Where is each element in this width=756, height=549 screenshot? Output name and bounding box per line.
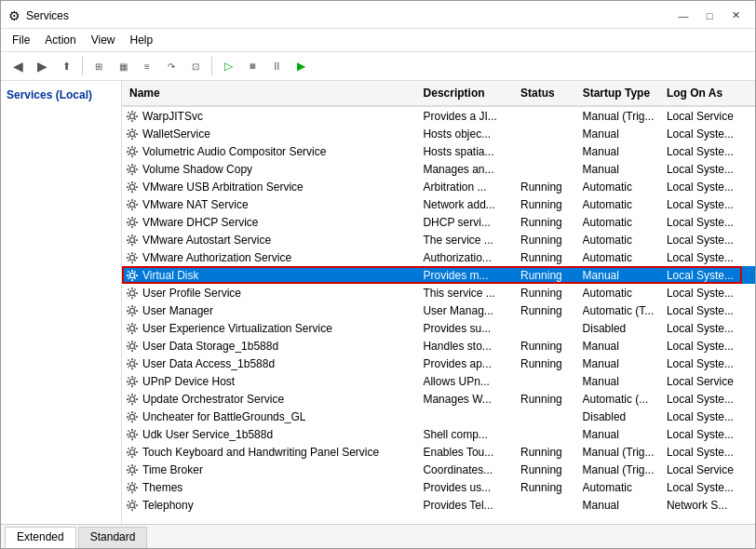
svg-rect-181 [131, 463, 133, 465]
row-name: User Data Storage_1b588d [142, 340, 278, 353]
minimize-button[interactable]: — [671, 7, 695, 25]
svg-rect-62 [128, 223, 129, 225]
table-row[interactable]: Virtual Disk Provides m... Running Manua… [122, 266, 755, 284]
svg-rect-19 [131, 145, 133, 147]
menu-help[interactable]: Help [123, 31, 161, 49]
table-row[interactable]: VMware USB Arbitration Service Arbitrati… [122, 178, 755, 195]
table-row[interactable]: WalletService Hosts objec... Manual Loca… [122, 125, 755, 142]
toolbar-separator-2 [211, 57, 212, 75]
svg-rect-61 [134, 217, 136, 219]
svg-rect-2 [131, 119, 133, 121]
table-row[interactable]: VMware NAT Service Network add... Runnin… [122, 195, 755, 213]
table-row[interactable]: User Data Storage_1b588d Handles sto... … [122, 337, 755, 355]
detail-view-button[interactable]: ≡ [136, 55, 158, 77]
table-row[interactable]: Time Broker Coordinates... Running Manua… [122, 461, 755, 478]
show-hide-button[interactable]: ⊞ [88, 55, 110, 77]
table-row[interactable]: Volume Shadow Copy Manages an... Manual … [122, 160, 755, 178]
svg-rect-158 [128, 411, 129, 413]
svg-rect-199 [131, 499, 133, 501]
svg-rect-183 [127, 469, 128, 471]
svg-rect-76 [136, 257, 138, 259]
svg-rect-112 [136, 328, 138, 329]
service-icon [126, 481, 139, 494]
svg-rect-138 [127, 381, 128, 382]
pause-button[interactable]: ⏸ [265, 55, 288, 77]
service-icon [126, 110, 139, 123]
svg-rect-71 [128, 241, 129, 243]
refresh-button[interactable]: ↷ [160, 55, 182, 77]
tab-extended[interactable]: Extended [5, 527, 76, 548]
svg-rect-50 [128, 199, 129, 201]
table-row[interactable]: VMware Authorization Service Authorizati… [122, 248, 755, 266]
row-name: Time Broker [142, 463, 203, 476]
header-startup-type[interactable]: Startup Type [583, 87, 667, 100]
toolbar-separator-1 [82, 57, 83, 75]
export-button[interactable]: ⊡ [184, 55, 207, 77]
table-row[interactable]: User Manager User Manag... Running Autom… [122, 301, 755, 319]
svg-rect-113 [128, 323, 129, 325]
menu-file[interactable]: File [5, 31, 37, 49]
row-name-cell: WarpJITSvc [122, 110, 423, 123]
service-icon [126, 251, 139, 264]
table-row[interactable]: Update Orchestrator Service Manages W...… [122, 390, 755, 408]
row-description: Network add... [423, 198, 520, 211]
svg-point-18 [129, 149, 134, 154]
up-button[interactable]: ⬆ [55, 55, 77, 77]
row-name: VMware DHCP Service [142, 216, 258, 229]
tab-standard[interactable]: Standard [78, 527, 148, 548]
window-icon: ⚙ [8, 8, 20, 23]
row-name-cell: UPnP Device Host [122, 375, 423, 388]
table-row[interactable]: Volumetric Audio Compositor Service Host… [122, 142, 755, 160]
svg-rect-21 [127, 151, 128, 153]
svg-point-162 [129, 432, 134, 436]
table-row[interactable]: Telephony Provides Tel... Manual Network… [122, 496, 755, 514]
svg-rect-201 [127, 504, 128, 506]
table-body[interactable]: WarpJITSvc Provides a JI... Manual (Trig… [122, 107, 755, 524]
row-status: Running [520, 269, 583, 282]
svg-rect-88 [134, 270, 136, 272]
table-row[interactable]: Uncheater for BattleGrounds_GL Disabled … [122, 408, 755, 425]
table-row[interactable]: VMware DHCP Service DHCP servi... Runnin… [122, 213, 755, 231]
row-name: User Data Access_1b588d [142, 357, 275, 370]
menu-action[interactable]: Action [37, 31, 83, 49]
svg-rect-8 [128, 117, 129, 119]
svg-point-0 [129, 114, 134, 118]
svg-point-126 [129, 361, 134, 366]
table-row[interactable]: Touch Keyboard and Handwriting Panel Ser… [122, 443, 755, 461]
table-row[interactable]: WarpJITSvc Provides a JI... Manual (Trig… [122, 107, 755, 125]
header-status[interactable]: Status [520, 87, 583, 100]
row-name: Themes [142, 481, 182, 494]
svg-rect-80 [128, 259, 129, 261]
list-view-button[interactable]: ▦ [112, 55, 134, 77]
row-startup-type: Manual (Trig... [583, 110, 667, 123]
start-button[interactable]: ▷ [217, 55, 239, 77]
table-row[interactable]: UPnP Device Host Allows UPn... Manual Lo… [122, 372, 755, 390]
svg-rect-190 [131, 481, 133, 483]
table-row[interactable]: User Data Access_1b588d Provides ap... R… [122, 355, 755, 372]
svg-rect-47 [131, 208, 133, 209]
table-row[interactable]: Themes Provides us... Running Automatic … [122, 478, 755, 496]
table-row[interactable]: User Profile Service This service ... Ru… [122, 284, 755, 301]
header-name[interactable]: Name [122, 87, 424, 100]
stop-button[interactable]: ■ [241, 55, 263, 77]
row-logon-as: Local Syste... [667, 269, 755, 282]
row-startup-type: Manual [583, 375, 667, 388]
maximize-button[interactable]: □ [697, 7, 722, 25]
table-row[interactable]: Udk User Service_1b588d Shell comp... Ma… [122, 425, 755, 443]
header-description[interactable]: Description [424, 87, 521, 100]
restart-button[interactable]: ▶ [290, 55, 312, 77]
svg-rect-65 [131, 243, 133, 245]
back-button[interactable]: ◀ [7, 55, 29, 77]
row-logon-as: Local Service [667, 375, 755, 388]
svg-rect-30 [127, 168, 128, 170]
header-log-on-as[interactable]: Log On As [667, 87, 755, 100]
svg-rect-147 [127, 398, 128, 400]
table-row[interactable]: User Experience Virtualization Service P… [122, 319, 755, 337]
svg-point-180 [129, 467, 134, 472]
table-row[interactable]: VMware Autostart Service The service ...… [122, 231, 755, 248]
close-button[interactable]: ✕ [723, 7, 748, 25]
menu-view[interactable]: View [84, 31, 123, 49]
svg-rect-23 [128, 146, 129, 148]
row-logon-as: Local Syste... [667, 163, 755, 176]
forward-button[interactable]: ▶ [31, 55, 53, 77]
